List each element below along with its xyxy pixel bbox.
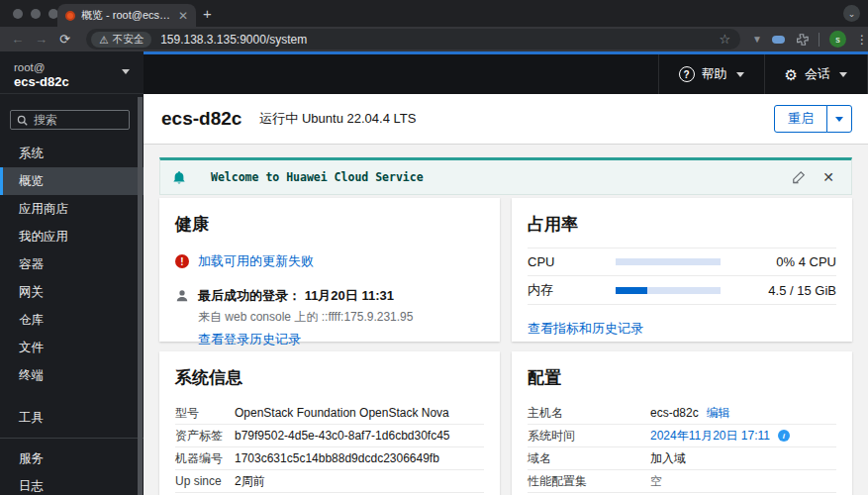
browser-menu-icon[interactable]: ⋮ <box>856 33 868 47</box>
sidebar-search-input[interactable]: 搜索 <box>10 110 130 130</box>
extension-icon[interactable]: ▼ <box>752 34 762 45</box>
host-switcher[interactable]: root@ ecs-d82c <box>0 51 144 94</box>
close-window-button[interactable] <box>13 9 23 19</box>
configuration-table: 主机名 ecs-d82c 编辑 系统时间 2024年11月20日 17:11 i… <box>528 402 836 493</box>
edit-hostname-link[interactable]: 编辑 <box>707 405 730 422</box>
sidebar-item-terminal[interactable]: 终端 <box>0 361 144 389</box>
url-text[interactable]: 159.138.3.135:9000/system <box>160 33 307 47</box>
domain-row: 域名 加入域 <box>528 447 836 470</box>
sidebar-item-app-store[interactable]: 应用商店 <box>0 195 144 223</box>
reboot-button[interactable]: 重启 <box>774 105 827 133</box>
forward-icon[interactable]: → <box>30 32 53 47</box>
site-favicon <box>65 11 75 21</box>
chevron-down-icon <box>736 72 744 77</box>
configuration-card: 配置 主机名 ecs-d82c 编辑 系统时间 2024年11月20日 17:1… <box>512 351 852 495</box>
browser-toolbar: ← → ⟳ ⚠ 不安全 159.138.3.135:9000/system ☆ … <box>0 27 868 51</box>
hostname-value: ecs-d82c <box>650 406 699 420</box>
memory-usage-row: 内存 4.5 / 15 GiB <box>528 276 836 305</box>
user-icon <box>175 289 189 303</box>
sidebar-nav: 系统 概览 应用商店 我的应用 容器 网关 仓库 文件 终端 工具 服务 日志 <box>0 140 144 495</box>
back-icon[interactable]: ← <box>6 32 30 47</box>
join-domain-value[interactable]: 加入域 <box>650 450 686 467</box>
configuration-title: 配置 <box>528 366 836 389</box>
reboot-dropdown-toggle[interactable] <box>826 105 852 133</box>
browser-tab[interactable]: 概览 - root@ecs-d82c ✕ <box>57 4 196 27</box>
motd-banner: Welcome to Huawei Cloud Service ✕ <box>159 157 852 195</box>
reload-icon[interactable]: ⟳ <box>52 32 76 47</box>
page-header: ecs-d82c 运行中 Ubuntu 22.04.4 LTS 重启 <box>144 94 868 145</box>
toolbar-divider <box>819 33 820 47</box>
tab-strip: 概览 - root@ecs-d82c ✕ + ⌄ <box>0 0 868 27</box>
usage-card: 占用率 CPU 0% 4 CPU 内存 4.5 / 15 GiB 查看指标和历史… <box>512 198 852 342</box>
sidebar-item-my-apps[interactable]: 我的应用 <box>0 223 144 250</box>
tab-close-icon[interactable]: ✕ <box>178 10 188 22</box>
login-source: 来自 web console 上的 ::ffff:175.9.231.95 <box>198 309 413 326</box>
error-exclamation-icon: ! <box>175 254 189 268</box>
new-tab-button[interactable]: + <box>203 5 212 22</box>
bookmark-star-icon[interactable]: ☆ <box>719 32 730 47</box>
sidebar-item-tools[interactable]: 工具 <box>0 404 144 432</box>
browser-chrome: 概览 - root@ecs-d82c ✕ + ⌄ ← → ⟳ ⚠ 不安全 159… <box>0 0 868 51</box>
system-info-table: 型号 OpenStack Foundation OpenStack Nova 资… <box>175 402 484 493</box>
chevron-down-icon <box>839 72 847 77</box>
sidebar: root@ ecs-d82c 搜索 系统 概览 应用商店 我的应用 容器 网关 … <box>0 51 144 495</box>
page-title: ecs-d82c <box>161 108 241 130</box>
sidebar-scrollbar[interactable] <box>138 97 143 495</box>
sidebar-item-system[interactable]: 系统 <box>0 140 144 167</box>
search-icon <box>17 115 28 126</box>
login-history-link[interactable]: 查看登录历史记录 <box>198 331 301 348</box>
gear-icon: ⚙ <box>785 67 798 82</box>
window-controls[interactable] <box>13 9 58 19</box>
health-card: 健康 ! 加载可用的更新失败 最后成功的登录： 11月20日 11:31 来自 … <box>159 198 500 342</box>
banner-message: Welcome to Huawei Cloud Service <box>211 170 424 184</box>
last-login-text: 最后成功的登录： 11月20日 11:31 <box>198 287 413 305</box>
table-row: Up since 2周前 <box>175 470 484 493</box>
address-bar[interactable]: ⚠ 不安全 159.138.3.135:9000/system ☆ <box>86 29 740 50</box>
question-circle-icon: ? <box>679 66 695 82</box>
updates-error-link[interactable]: 加载可用的更新失败 <box>198 252 314 270</box>
chevron-down-icon <box>122 69 130 74</box>
metrics-history-link[interactable]: 查看指标和历史记录 <box>528 320 643 338</box>
security-chip[interactable]: ⚠ 不安全 <box>91 32 151 48</box>
extension-icon[interactable] <box>772 36 785 44</box>
memory-value: 4.5 / 15 GiB <box>721 283 836 298</box>
memory-progress-bar <box>616 287 721 294</box>
sidebar-item-gateway[interactable]: 网关 <box>0 278 144 306</box>
reboot-split-button: 重启 <box>774 105 852 133</box>
main-content: ecs-d82c 运行中 Ubuntu 22.04.4 LTS 重启 Welco… <box>144 94 868 495</box>
extensions-puzzle-icon[interactable] <box>795 33 809 47</box>
edit-pencil-icon[interactable] <box>792 170 806 184</box>
sidebar-item-services[interactable]: 服务 <box>0 445 144 472</box>
sidebar-item-overview[interactable]: 概览 <box>0 167 144 195</box>
system-time-link[interactable]: 2024年11月20日 17:11 <box>650 428 770 445</box>
help-menu-button[interactable]: ? 帮助 <box>658 54 764 94</box>
sidebar-item-logs[interactable]: 日志 <box>0 472 144 495</box>
sidebar-item-files[interactable]: 文件 <box>0 334 144 361</box>
system-info-card: 系统信息 型号 OpenStack Foundation OpenStack N… <box>159 351 500 495</box>
host-user: root@ <box>14 61 130 73</box>
search-placeholder: 搜索 <box>34 112 57 129</box>
table-row: 资产标签 b79f9502-4d5e-43c0-8af7-1d6cbd30fc4… <box>175 425 484 447</box>
tab-search-icon[interactable]: ⌄ <box>843 5 860 22</box>
bell-icon <box>172 170 186 185</box>
session-menu-button[interactable]: ⚙ 会话 <box>764 54 868 94</box>
health-title: 健康 <box>175 213 484 236</box>
performance-profile-row: 性能配置集 空 <box>528 470 836 493</box>
profile-avatar[interactable]: s <box>829 31 846 48</box>
sidebar-item-containers[interactable]: 容器 <box>0 250 144 278</box>
updates-error-row: ! 加载可用的更新失败 <box>175 252 484 270</box>
nav-divider <box>0 438 144 439</box>
minimize-window-button[interactable] <box>31 9 41 19</box>
tab-title: 概览 - root@ecs-d82c <box>81 8 172 23</box>
system-info-title: 系统信息 <box>175 366 484 389</box>
sidebar-item-repository[interactable]: 仓库 <box>0 306 144 334</box>
hostname-row: 主机名 ecs-d82c 编辑 <box>528 402 836 425</box>
close-icon[interactable]: ✕ <box>822 169 834 185</box>
usage-table: CPU 0% 4 CPU 内存 4.5 / 15 GiB <box>528 248 836 305</box>
usage-title: 占用率 <box>528 213 836 236</box>
host-state-os: 运行中 Ubuntu 22.04.4 LTS <box>259 110 416 128</box>
info-icon[interactable]: i <box>778 430 790 442</box>
system-time-row: 系统时间 2024年11月20日 17:11 i <box>528 425 836 447</box>
extension-icons: ▼ s ⋮ <box>752 31 868 48</box>
cpu-usage-row: CPU 0% 4 CPU <box>528 248 836 276</box>
